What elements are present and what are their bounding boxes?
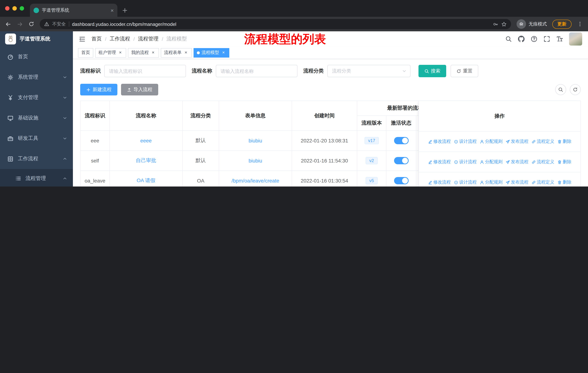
delete-link[interactable]: 删除 (557, 159, 571, 165)
close-icon[interactable]: × (151, 50, 156, 55)
create-process-button[interactable]: 新建流程 (80, 84, 117, 95)
assign-rule-link[interactable]: 分配规则 (480, 179, 503, 185)
tag-home[interactable]: 首页 (78, 48, 93, 57)
edit-process-link[interactable]: 修改流程 (428, 159, 451, 165)
upload-icon (127, 87, 132, 92)
sidebar-item-payment[interactable]: 支付管理 (0, 87, 73, 108)
process-name-link[interactable]: 自己审批 (136, 157, 156, 163)
navbar-actions (505, 32, 582, 46)
process-name-link[interactable]: OA 请假 (137, 177, 156, 183)
sidebar-item-workflow[interactable]: 工作流程 (0, 149, 73, 169)
table-toolbar: 新建流程 导入流程 (80, 84, 581, 95)
form-info-link[interactable]: biubiu (249, 158, 262, 163)
toggle-search-button[interactable] (555, 84, 566, 95)
close-icon[interactable]: × (221, 50, 226, 55)
sidebar-item-home[interactable]: 首页 (0, 47, 73, 67)
process-definition-link[interactable]: 流程定义 (531, 159, 554, 165)
edit-process-link[interactable]: 修改流程 (428, 138, 451, 145)
new-tab-button[interactable] (122, 7, 128, 13)
col-header-process-name: 流程名称 (110, 101, 182, 131)
process-id-input[interactable] (104, 65, 186, 77)
chevron-down-icon (63, 75, 67, 80)
process-category-select[interactable]: 流程分类 (327, 65, 410, 77)
minimize-window-button[interactable] (12, 6, 17, 10)
active-dot (197, 51, 200, 54)
yen-icon (7, 94, 13, 101)
breadcrumb-process-mgmt[interactable]: 流程管理 (138, 36, 158, 42)
address-bar[interactable]: 不安全 dashboard.yudao.iocoder.cn/bpm/manag… (40, 19, 511, 29)
form-info-link[interactable]: biubiu (249, 138, 262, 143)
bookmark-star-icon[interactable] (501, 21, 507, 27)
zoom-window-button[interactable] (20, 6, 24, 10)
import-process-button[interactable]: 导入流程 (121, 84, 158, 95)
trash-icon (557, 180, 562, 184)
sidebar-item-system[interactable]: 系统管理 (0, 67, 73, 87)
chevron-down-icon (63, 136, 67, 141)
breadcrumb-home[interactable]: 首页 (92, 36, 102, 42)
toolbox-icon (7, 135, 13, 141)
back-icon[interactable] (5, 21, 11, 27)
font-size-icon[interactable] (556, 36, 563, 42)
sidebar-item-infra[interactable]: 基础设施 (0, 108, 73, 128)
search-icon (424, 69, 429, 73)
forward-icon[interactable] (17, 21, 23, 27)
reload-icon[interactable] (28, 21, 34, 27)
design-process-link[interactable]: 设计流程 (454, 179, 477, 185)
page-content: 流程标识 流程名称 流程分类 流程分类 (73, 59, 588, 186)
process-definition-link[interactable]: 流程定义 (531, 138, 554, 145)
design-process-link[interactable]: 设计流程 (454, 138, 477, 145)
avatar[interactable] (569, 32, 582, 46)
breadcrumb-workflow[interactable]: 工作流程 (110, 36, 130, 42)
active-status-toggle[interactable] (394, 137, 409, 144)
browser-tab[interactable]: 芋道管理系统 × (30, 4, 117, 17)
browser-menu-icon[interactable] (577, 21, 583, 27)
tab-close-icon[interactable]: × (110, 8, 114, 13)
tag-process-form[interactable]: 流程表单 × (161, 48, 192, 57)
process-id-label: 流程标识 (80, 68, 101, 74)
close-icon[interactable]: × (183, 50, 189, 55)
actions-fixed-column: 操作 修改流程 设计流程 分配规则 发布流程 流程定义 删除 修改流程 设计流程… (419, 101, 581, 186)
process-name-input[interactable] (216, 65, 297, 77)
process-definition-link[interactable]: 流程定义 (531, 179, 554, 185)
help-icon[interactable] (531, 36, 537, 42)
tag-tenant[interactable]: 租户管理 × (95, 48, 126, 57)
tag-process-model[interactable]: 流程模型 × (194, 48, 229, 57)
publish-process-link[interactable]: 发布流程 (505, 138, 528, 145)
divider (69, 21, 69, 27)
cell-created-time: 2022-01-16 11:54:30 (301, 158, 348, 163)
app-logo-row[interactable]: 芋道管理系统 (0, 31, 73, 47)
form-info-link[interactable]: /bpm/oa/leave/create (231, 178, 279, 184)
browser-update-button[interactable]: 更新 (552, 20, 572, 29)
reset-button[interactable]: 重置 (451, 65, 478, 77)
search-icon[interactable] (505, 36, 512, 42)
publish-process-link[interactable]: 发布流程 (505, 179, 528, 185)
close-window-button[interactable] (5, 6, 10, 10)
sidebar-item-process-mgmt[interactable]: 流程管理 (0, 169, 73, 186)
edit-process-link[interactable]: 修改流程 (428, 179, 451, 185)
user-icon (480, 180, 484, 184)
process-category-label: 流程分类 (303, 68, 324, 74)
sidebar-item-devtools[interactable]: 研发工具 (0, 128, 73, 149)
password-key-icon[interactable] (493, 21, 498, 27)
close-icon[interactable]: × (118, 50, 123, 55)
sidebar: 芋道管理系统 首页 系统管理 支付管理 基础设施 (0, 31, 73, 186)
assign-rule-link[interactable]: 分配规则 (480, 138, 503, 145)
github-icon[interactable] (518, 36, 525, 42)
delete-link[interactable]: 删除 (557, 179, 571, 185)
process-name-label: 流程名称 (192, 68, 212, 74)
active-status-toggle[interactable] (394, 157, 409, 164)
fullscreen-icon[interactable] (544, 36, 550, 42)
active-status-toggle[interactable] (394, 177, 409, 184)
delete-link[interactable]: 删除 (557, 138, 571, 145)
assign-rule-link[interactable]: 分配规则 (480, 159, 503, 165)
process-name-link[interactable]: eeee (140, 138, 152, 143)
tags-view: 首页 租户管理 × 我的流程 × 流程表单 × 流程模型 × (73, 47, 588, 59)
red-annotation: 流程模型的列表 (244, 31, 326, 47)
tag-my-process[interactable]: 我的流程 × (128, 48, 159, 57)
sidebar-toggle-icon[interactable] (79, 36, 86, 42)
publish-process-link[interactable]: 发布流程 (505, 159, 528, 165)
design-process-link[interactable]: 设计流程 (454, 159, 477, 165)
search-button[interactable]: 搜索 (419, 65, 446, 77)
refresh-table-button[interactable] (570, 84, 581, 95)
cell-process-id: self (91, 158, 99, 163)
